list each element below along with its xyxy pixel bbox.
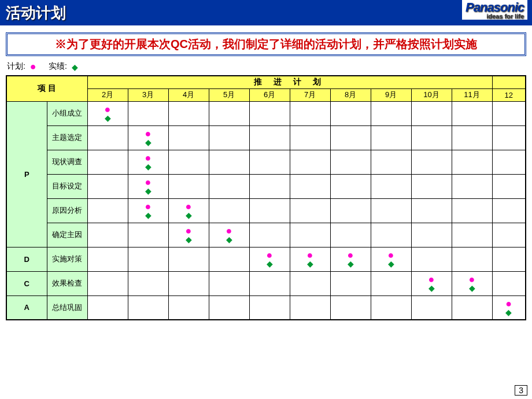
plan-cell	[290, 295, 330, 320]
plan-cell	[452, 174, 492, 198]
header-month: 10月	[411, 88, 452, 101]
plan-cell	[168, 101, 209, 125]
plan-cell	[87, 125, 128, 150]
header-month: 9月	[371, 88, 411, 101]
actual-marker-icon: ◆	[105, 114, 111, 121]
plan-table-head: 项 目推 进 计 划2月3月4月5月6月7月8月9月10月11月12	[6, 76, 526, 101]
plan-cell	[209, 295, 249, 320]
actual-marker-icon: ◆	[267, 260, 273, 267]
page-number: 3	[515, 385, 527, 396]
plan-cell	[330, 101, 371, 125]
actual-marker-icon: ◆	[145, 212, 152, 219]
actual-marker-icon: ◆	[145, 187, 152, 194]
plan-cell	[492, 150, 526, 174]
plan-cell	[452, 247, 492, 271]
plan-cell	[411, 295, 452, 320]
plan-cell	[492, 223, 526, 247]
plan-cell	[452, 198, 492, 223]
plan-marker-icon: ●	[307, 251, 313, 259]
plan-chart: 计划: ● 实绩: ◆ 项 目推 进 计 划2月3月4月5月6月7月8月9月10…	[6, 61, 526, 320]
actual-marker-icon: ◆	[428, 285, 435, 291]
brand-logo: Panasonic ideas for life	[462, 0, 527, 20]
plan-cell	[209, 125, 249, 150]
plan-cell	[209, 101, 249, 125]
header-month: 4月	[168, 88, 209, 101]
plan-marker-icon: ●	[469, 275, 475, 283]
plan-marker-icon: ●	[145, 178, 152, 186]
table-row: 原因分析●◆●◆	[6, 198, 526, 223]
plan-cell	[492, 271, 526, 295]
header-push: 推 进 计 划	[87, 76, 492, 88]
plan-cell	[411, 174, 452, 198]
header-month: 12	[492, 88, 526, 101]
page-title: 活动计划	[6, 3, 66, 23]
plan-cell	[168, 271, 209, 295]
plan-cell	[452, 150, 492, 174]
plan-cell	[168, 295, 209, 320]
plan-cell	[290, 223, 330, 247]
actual-marker-icon: ◆	[145, 163, 152, 170]
plan-cell	[87, 271, 128, 295]
actual-marker-icon: ◆	[388, 260, 394, 267]
header-project: 项 目	[6, 76, 87, 101]
plan-cell	[209, 271, 249, 295]
header-month: 5月	[209, 88, 249, 101]
plan-marker-icon: ●	[226, 227, 232, 235]
actual-marker-icon: ◆	[469, 285, 475, 291]
task-name-cell: 现状调查	[47, 150, 87, 174]
phase-cell: C	[6, 271, 47, 295]
legend-plan-label: 计划:	[7, 61, 25, 71]
task-name-cell: 实施对策	[47, 247, 87, 271]
plan-cell	[87, 295, 128, 320]
plan-cell	[209, 198, 249, 223]
phase-cell: P	[6, 101, 47, 247]
plan-cell	[452, 125, 492, 150]
plan-marker-icon: ●	[186, 202, 192, 210]
table-row: 目标设定●◆	[6, 174, 526, 198]
plan-marker-icon: ●	[505, 300, 512, 308]
plan-cell	[249, 295, 290, 320]
plan-cell	[411, 198, 452, 223]
plan-cell: ●◆	[290, 247, 330, 271]
plan-cell	[209, 174, 249, 198]
plan-cell: ●◆	[168, 198, 209, 223]
plan-cell	[371, 125, 411, 150]
task-name-cell: 确定主因	[47, 223, 87, 247]
actual-marker-icon: ◆	[226, 236, 232, 243]
plan-cell	[452, 101, 492, 125]
plan-cell	[411, 247, 452, 271]
plan-cell: ●◆	[330, 247, 371, 271]
task-name-cell: 原因分析	[47, 198, 87, 223]
table-row: 现状调查●◆	[6, 150, 526, 174]
plan-cell	[290, 125, 330, 150]
plan-cell	[411, 125, 452, 150]
task-name-cell: 效果检查	[47, 271, 87, 295]
actual-marker-icon: ◆	[186, 212, 192, 219]
title-bar: 活动计划 Panasonic ideas for life	[0, 0, 532, 25]
plan-cell	[168, 174, 209, 198]
plan-cell: ●◆	[452, 271, 492, 295]
header-month: 3月	[128, 88, 168, 101]
plan-cell	[249, 125, 290, 150]
plan-cell: ●◆	[411, 271, 452, 295]
plan-cell: ●◆	[128, 150, 168, 174]
plan-cell	[371, 271, 411, 295]
plan-cell: ●◆	[168, 223, 209, 247]
plan-cell	[371, 198, 411, 223]
plan-cell	[290, 150, 330, 174]
plan-cell	[87, 174, 128, 198]
table-row: P小组成立●◆	[6, 101, 526, 125]
plan-cell	[492, 247, 526, 271]
plan-cell	[168, 125, 209, 150]
plan-cell	[128, 295, 168, 320]
plan-cell	[249, 198, 290, 223]
task-name-cell: 目标设定	[47, 174, 87, 198]
banner-note: ※为了更好的开展本次QC活动，我们制定了详细的活动计划，并严格按照计划实施	[6, 32, 526, 56]
plan-marker-icon: ●	[388, 251, 394, 259]
plan-cell: ●◆	[87, 101, 128, 125]
actual-marker-icon: ◆	[307, 260, 313, 267]
plan-cell	[290, 174, 330, 198]
plan-cell	[87, 198, 128, 223]
legend: 计划: ● 实绩: ◆	[7, 61, 526, 73]
actual-marker-icon: ◆	[505, 309, 512, 316]
